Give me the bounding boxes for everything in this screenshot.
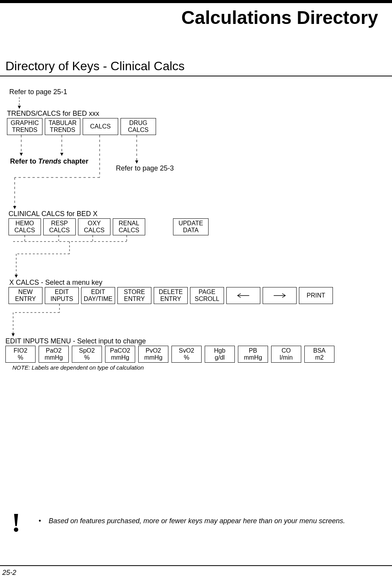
key-label: PAGE	[199, 289, 215, 296]
menu2-row: HEMOCALCS RESPCALCS OXYCALCS RENALCALCS …	[8, 218, 209, 235]
footer-note-text: Based on features purchased, more or few…	[49, 517, 345, 525]
pao2-key[interactable]: PaO2mmHg	[39, 346, 69, 363]
hgb-key[interactable]: Hgbg/dl	[205, 346, 235, 363]
content-area: Refer to page 25-1 TRENDS/CALCS for BED …	[0, 76, 392, 80]
store-entry-key[interactable]: STOREENTRY	[117, 287, 151, 304]
key-label: DAY/TIME	[84, 296, 112, 302]
text-italic: Trends	[38, 157, 61, 165]
page-number: 25-2	[2, 569, 16, 577]
key-label: CALCS	[84, 227, 104, 234]
key-label: EDIT	[55, 289, 69, 296]
delete-entry-key[interactable]: DELETEENTRY	[154, 287, 188, 304]
arrow-left-key[interactable]	[226, 287, 260, 304]
key-label: PaCO2	[110, 347, 130, 354]
key-label: ENTRY	[124, 296, 145, 302]
ref-page-25-3: Refer to page 25-3	[116, 164, 174, 172]
menu4-row: FIO2% PaO2mmHg SpO2% PaCO2mmHg PvO2mmHg …	[5, 346, 334, 363]
key-label: EDIT	[91, 289, 105, 296]
key-label: mmHg	[144, 354, 162, 361]
pb-key[interactable]: PBmmHg	[238, 346, 268, 363]
arrow-right-icon	[273, 293, 286, 298]
key-label: CALCS	[128, 127, 148, 133]
ref-trends-chapter: Refer to Trends chapter	[10, 157, 88, 166]
hemo-calcs-key[interactable]: HEMOCALCS	[8, 218, 41, 235]
key-label: HEMO	[15, 220, 34, 227]
key-label: CALCS	[119, 227, 139, 234]
key-label: DELETE	[159, 289, 183, 296]
menu3-row: NEWENTRY EDITINPUTS EDITDAY/TIME STOREEN…	[8, 287, 333, 304]
key-label: CALCS	[14, 227, 35, 234]
menu1-caption: TRENDS/CALCS for BED xxx	[7, 110, 99, 118]
key-label: DRUG	[129, 120, 147, 127]
page-scroll-key[interactable]: PAGESCROLL	[190, 287, 224, 304]
key-label: DATA	[183, 227, 199, 234]
key-label: PvO2	[146, 347, 161, 354]
update-data-key[interactable]: UPDATEDATA	[173, 218, 209, 235]
key-label: SpO2	[79, 347, 95, 354]
pvo2-key[interactable]: PvO2mmHg	[138, 346, 168, 363]
text: Refer to	[10, 157, 38, 165]
tabular-trends-key[interactable]: TABULARTRENDS	[45, 118, 80, 135]
key-label: g/dl	[215, 354, 225, 361]
key-label: GRAPHIC	[11, 120, 39, 127]
menu3-caption: X CALCS - Select a menu key	[9, 279, 102, 287]
section-title: Directory of Keys - Clinical Calcs	[5, 59, 392, 73]
key-label: OXY	[88, 220, 101, 227]
key-label: SvO2	[179, 347, 194, 354]
key-label: mmHg	[111, 354, 129, 361]
key-label: mmHg	[244, 354, 262, 361]
bullet-icon: •	[39, 517, 49, 525]
footer-note: •Based on features purchased, more or fe…	[39, 517, 345, 525]
key-label: RESP	[51, 220, 68, 227]
co-key[interactable]: COl/min	[271, 346, 301, 363]
footer-rule	[0, 565, 392, 566]
key-label: PRINT	[307, 292, 325, 299]
key-label: STORE	[124, 289, 145, 296]
key-label: CALCS	[49, 227, 70, 234]
key-label: UPDATE	[178, 220, 203, 227]
key-label: FIO2	[14, 347, 27, 354]
calcs-key[interactable]: CALCS	[83, 118, 118, 135]
key-label: NEW	[18, 289, 32, 296]
key-label: ENTRY	[15, 296, 36, 302]
key-label: mmHg	[44, 354, 63, 361]
graphic-trends-key[interactable]: GRAPHICTRENDS	[7, 118, 42, 135]
arrow-left-icon	[237, 293, 250, 298]
bsa-key[interactable]: BSAm2	[304, 346, 334, 363]
page-title: Calculations Directory	[0, 7, 378, 28]
drug-calcs-key[interactable]: DRUGCALCS	[120, 118, 156, 135]
ref-page-25-1: Refer to page 25-1	[9, 88, 67, 96]
key-label: INPUTS	[51, 296, 73, 302]
menu2-caption: CLINICAL CALCS for BED X	[8, 210, 97, 218]
key-label: CO	[282, 347, 291, 354]
spo2-key[interactable]: SpO2%	[72, 346, 102, 363]
key-label: CALCS	[90, 123, 110, 130]
key-label: %	[84, 354, 90, 361]
key-label: TABULAR	[49, 120, 77, 127]
menu4-caption: EDIT INPUTS MENU - Select input to chang…	[5, 337, 146, 345]
renal-calcs-key[interactable]: RENALCALCS	[113, 218, 145, 235]
edit-daytime-key[interactable]: EDITDAY/TIME	[81, 287, 115, 304]
key-label: l/min	[280, 354, 293, 361]
key-label: TRENDS	[12, 127, 37, 133]
key-label: %	[18, 354, 23, 361]
fio2-key[interactable]: FIO2%	[5, 346, 36, 363]
spacer	[148, 218, 171, 235]
key-label: RENAL	[119, 220, 139, 227]
key-label: ENTRY	[160, 296, 181, 302]
oxy-calcs-key[interactable]: OXYCALCS	[78, 218, 110, 235]
resp-calcs-key[interactable]: RESPCALCS	[43, 218, 76, 235]
print-key[interactable]: PRINT	[299, 287, 333, 304]
new-entry-key[interactable]: NEWENTRY	[8, 287, 42, 304]
arrow-right-key[interactable]	[263, 287, 297, 304]
key-label: SCROLL	[195, 296, 219, 302]
key-label: Hgb	[214, 347, 225, 354]
edit-inputs-key[interactable]: EDITINPUTS	[45, 287, 79, 304]
key-label: PB	[249, 347, 257, 354]
menu4-note: NOTE: Labels are dependent on type of ca…	[12, 364, 144, 371]
key-label: PaO2	[46, 347, 62, 354]
svo2-key[interactable]: SvO2%	[171, 346, 202, 363]
key-label: BSA	[313, 347, 326, 354]
paco2-key[interactable]: PaCO2mmHg	[105, 346, 135, 363]
text: chapter	[61, 157, 88, 165]
